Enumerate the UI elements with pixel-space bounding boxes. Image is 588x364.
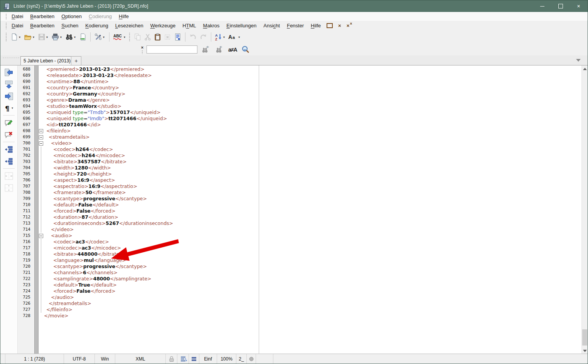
word-wrap-indicator[interactable] bbox=[177, 354, 189, 364]
code-line-710: 710<default>False</default> bbox=[0, 202, 581, 208]
menu-item-einstellungen[interactable]: Einstellungen bbox=[223, 23, 260, 29]
menu-item-hilfe[interactable]: Hilfe bbox=[307, 23, 324, 29]
code-line-716: 716<codec>ac3</codec> bbox=[0, 239, 581, 245]
menu-item-html[interactable]: HTML bbox=[179, 23, 199, 29]
fold-rail bbox=[41, 226, 41, 233]
scroll-down-button[interactable] bbox=[582, 347, 588, 354]
close-document-button[interactable]: × bbox=[338, 23, 341, 28]
fold-rail bbox=[41, 245, 41, 251]
paste-button[interactable] bbox=[153, 32, 162, 42]
print-button[interactable]: ▾ bbox=[51, 32, 64, 42]
new-tab-button[interactable]: + bbox=[71, 56, 81, 65]
sort-button[interactable]: AZ▾ bbox=[214, 32, 227, 42]
match-case-toggle[interactable]: a≠A bbox=[228, 47, 237, 53]
line-number: 714 bbox=[18, 226, 30, 233]
code-text: <fileinfo> bbox=[44, 128, 71, 134]
scrollbar-thumb[interactable] bbox=[582, 329, 587, 346]
save-button: ▾ bbox=[37, 32, 50, 42]
find-next-button[interactable] bbox=[201, 45, 211, 54]
line-number: 698 bbox=[18, 128, 30, 134]
maximize-button[interactable] bbox=[551, 0, 569, 12]
toolbar-grip[interactable] bbox=[128, 32, 130, 42]
caret-style[interactable]: 2_ bbox=[236, 354, 247, 364]
text-editor-surface[interactable]: 688<premiered>2013-01-23</premiered>689<… bbox=[0, 65, 581, 354]
line-number: 722 bbox=[18, 276, 30, 282]
dropdown-chevron-icon[interactable]: ▾ bbox=[46, 35, 48, 39]
dropdown-chevron-icon[interactable]: ▾ bbox=[238, 35, 240, 39]
close-all-documents-button[interactable]: × bbox=[347, 23, 350, 28]
find-previous-button[interactable] bbox=[214, 45, 224, 54]
font-case-button[interactable]: Aa▾ bbox=[227, 32, 242, 42]
code-line-723: 723<default>True</default> bbox=[0, 282, 581, 288]
menu-grip[interactable] bbox=[5, 13, 7, 20]
toolbar-separator bbox=[211, 32, 211, 42]
code-text: </audio> bbox=[44, 294, 74, 300]
menu-item-werkzeuge[interactable]: Werkzeuge bbox=[147, 23, 179, 29]
new-button[interactable]: ▾ bbox=[10, 32, 22, 42]
code-text: <runtime>88</runtime> bbox=[44, 79, 109, 85]
fold-toggle[interactable] bbox=[39, 141, 43, 146]
find-button[interactable]: ▾ bbox=[64, 32, 78, 42]
export-button[interactable] bbox=[78, 32, 88, 42]
dropdown-chevron-icon[interactable]: ▾ bbox=[124, 35, 125, 39]
menu-item-bearbeiten[interactable]: Bearbeiten bbox=[27, 23, 58, 29]
menu-item-datei[interactable]: Datei bbox=[8, 13, 27, 19]
open-button[interactable]: ▾ bbox=[23, 32, 36, 42]
menu-item-makros[interactable]: Makros bbox=[200, 23, 223, 29]
dropdown-chevron-icon[interactable]: ▾ bbox=[19, 35, 20, 39]
toolbar-grip[interactable] bbox=[5, 32, 7, 42]
select-all-button[interactable] bbox=[173, 32, 182, 42]
fold-toggle[interactable] bbox=[39, 234, 43, 238]
toolbar-separator bbox=[109, 32, 110, 42]
tools-button[interactable]: ▾ bbox=[93, 32, 106, 42]
fold-rail bbox=[41, 263, 41, 270]
menu-item-fenster[interactable]: Fenster bbox=[283, 23, 307, 29]
code-line-708: 708<framerate>50</framerate> bbox=[0, 190, 581, 196]
menu-item-ansicht[interactable]: Ansicht bbox=[260, 23, 283, 29]
menu-item-optionen[interactable]: Optionen bbox=[58, 13, 85, 19]
dropdown-chevron-icon[interactable]: ▾ bbox=[60, 35, 62, 39]
vertical-scrollbar[interactable] bbox=[581, 65, 588, 354]
code-line-720: 720<scantype>progressive</scantype> bbox=[0, 263, 581, 270]
menu-item-kodierung[interactable]: Kodierung bbox=[82, 23, 111, 29]
tab-overflow-chevron-icon[interactable] bbox=[576, 59, 581, 62]
fold-rail bbox=[41, 202, 41, 208]
search-magnifier-button[interactable] bbox=[241, 45, 250, 54]
close-button[interactable]: × bbox=[569, 0, 588, 12]
line-number: 710 bbox=[18, 202, 30, 208]
restore-document-button[interactable] bbox=[327, 23, 333, 28]
fold-rail bbox=[41, 159, 41, 165]
readonly-indicator[interactable] bbox=[166, 354, 177, 364]
fold-rail bbox=[41, 294, 41, 300]
line-number: 717 bbox=[18, 245, 30, 251]
dropdown-chevron-icon[interactable]: ▾ bbox=[74, 35, 76, 39]
line-display-indicator[interactable] bbox=[189, 354, 199, 364]
macro-indicator[interactable] bbox=[247, 354, 256, 364]
spellcheck-button[interactable]: ABC▾ bbox=[112, 32, 127, 42]
search-close-icon[interactable]: × bbox=[141, 45, 143, 49]
dropdown-chevron-icon[interactable]: ▾ bbox=[103, 35, 104, 39]
insert-mode[interactable]: Einf bbox=[199, 354, 217, 364]
search-grip[interactable] bbox=[142, 50, 143, 54]
code-line-697: 697<id>tt2071466</id> bbox=[0, 122, 581, 128]
minimize-button[interactable] bbox=[533, 0, 551, 12]
menu-item-bearbeiten[interactable]: Bearbeiten bbox=[27, 13, 58, 19]
status-spacer bbox=[256, 354, 273, 364]
spellcheck-icon: ABC bbox=[113, 33, 123, 41]
menu-item-lesezeichen[interactable]: Lesezeichen bbox=[112, 23, 147, 29]
fold-toggle[interactable] bbox=[39, 135, 43, 139]
menu-item-hilfe[interactable]: Hilfe bbox=[115, 13, 132, 19]
search-input[interactable] bbox=[147, 45, 197, 54]
fold-rail bbox=[41, 288, 41, 294]
line-number: 696 bbox=[18, 116, 30, 122]
scroll-up-button[interactable] bbox=[582, 65, 588, 72]
status-bar: 1 : 1 (728)UTF-8WinXMLEinf100%2_ bbox=[0, 354, 588, 364]
fold-toggle[interactable] bbox=[39, 129, 43, 133]
menu-grip[interactable] bbox=[5, 22, 7, 29]
menu-item-datei[interactable]: Datei bbox=[8, 23, 27, 29]
tab-5-jahre-leben[interactable]: 5 Jahre Leben - (2013) × bbox=[20, 56, 79, 65]
dropdown-chevron-icon[interactable]: ▾ bbox=[223, 35, 225, 39]
line-number: 689 bbox=[18, 72, 30, 79]
menu-item-suchen[interactable]: Suchen bbox=[58, 23, 82, 29]
dropdown-chevron-icon[interactable]: ▾ bbox=[33, 35, 34, 39]
